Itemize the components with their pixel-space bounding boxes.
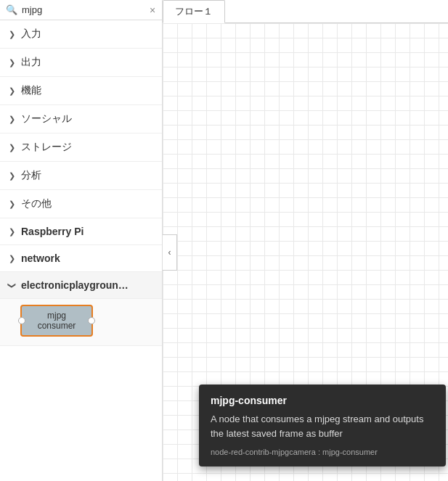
sidebar-item-label: その他 [21, 197, 52, 210]
sidebar-item-label: ストレージ [21, 141, 72, 154]
node-line1: mjpg [47, 311, 66, 321]
sidebar-item-raspberry-pi[interactable]: ❯ Raspberry Pi [0, 218, 162, 245]
sidebar-item-network[interactable]: ❯ network [0, 245, 162, 272]
node-line2: consumer [38, 321, 76, 331]
chevron-right-icon: ❯ [9, 227, 15, 237]
sidebar-items: ❯ 入力 ❯ 出力 ❯ 機能 ❯ ソーシャル ❯ ストレージ ❯ 分析 [0, 20, 162, 481]
search-clear-button[interactable]: × [148, 5, 157, 15]
sidebar-item-storage[interactable]: ❯ ストレージ [0, 133, 162, 162]
tab-flow1[interactable]: フロー１ [163, 0, 225, 23]
sidebar-item-label: 入力 [21, 28, 41, 41]
tooltip-description: A node that consumes a mjpeg stream and … [211, 412, 434, 440]
sidebar-item-label: 出力 [21, 56, 41, 69]
tab-label: フロー１ [175, 6, 213, 17]
chevron-right-icon: ❯ [9, 143, 15, 152]
chevron-right-icon: ❯ [9, 86, 15, 96]
chevron-right-icon: ❯ [9, 115, 15, 124]
chevron-right-icon: ❯ [9, 58, 15, 67]
sidebar-item-label: Raspberry Pi [21, 226, 84, 237]
sidebar-item-label: 分析 [21, 169, 41, 182]
search-bar: 🔍 × [0, 0, 162, 20]
main-area: フロー１ ‹ mjpg-consumer A node that consume… [163, 0, 448, 481]
sidebar-item-electronicplayground[interactable]: ❯ electronicplaygroun… [0, 272, 162, 299]
sidebar-item-label: 機能 [21, 84, 41, 97]
sidebar-item-social[interactable]: ❯ ソーシャル [0, 105, 162, 133]
sidebar-item-label: network [21, 252, 60, 264]
tooltip-title: mjpg-consumer [211, 395, 434, 406]
search-input[interactable] [22, 4, 144, 15]
sidebar-item-other[interactable]: ❯ その他 [0, 190, 162, 218]
mjpg-consumer-node[interactable]: mjpg consumer [20, 305, 93, 337]
sidebar-item-output[interactable]: ❯ 出力 [0, 49, 162, 77]
chevron-right-icon: ❯ [9, 200, 15, 209]
sidebar-item-label: electronicplaygroun… [21, 279, 129, 291]
sidebar: 🔍 × ❯ 入力 ❯ 出力 ❯ 機能 ❯ ソーシャル ❯ ストレージ [0, 0, 163, 481]
chevron-right-icon: ❯ [9, 254, 15, 263]
sidebar-item-input[interactable]: ❯ 入力 [0, 20, 162, 49]
chevron-right-icon: ❯ [9, 171, 15, 181]
sidebar-collapse-button[interactable]: ‹ [163, 234, 177, 271]
tab-bar: フロー１ [163, 0, 448, 23]
chevron-down-icon: ❯ [7, 282, 17, 289]
node-tooltip: mjpg-consumer A node that consumes a mjp… [199, 385, 446, 466]
sidebar-item-label: ソーシャル [21, 112, 72, 126]
section-content-electronicplayground: mjpg consumer [0, 299, 162, 346]
tooltip-meta: node-red-contrib-mjpgcamera : mjpg-consu… [211, 448, 434, 456]
sidebar-item-analysis[interactable]: ❯ 分析 [0, 162, 162, 190]
chevron-right-icon: ❯ [9, 30, 15, 39]
flow-canvas[interactable]: ‹ mjpg-consumer A node that consumes a m… [163, 23, 448, 481]
collapse-icon: ‹ [168, 247, 171, 258]
search-icon: 🔍 [6, 4, 17, 15]
sidebar-item-function[interactable]: ❯ 機能 [0, 77, 162, 105]
